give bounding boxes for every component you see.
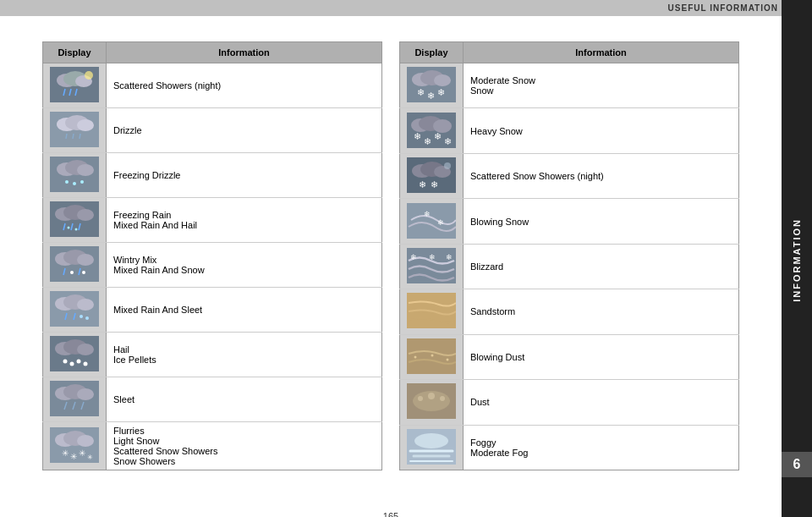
svg-point-107 (428, 393, 435, 399)
header-title: USEFUL INFORMATION (668, 3, 778, 13)
svg-text:✳: ✳ (62, 448, 69, 458)
info-cell: Scattered Showers (night) (107, 63, 382, 108)
icon-cell (43, 243, 107, 288)
info-cell: Freezing RainMixed Rain And Hail (107, 198, 382, 243)
header-bar: USEFUL INFORMATION (0, 0, 812, 16)
table-row: Sleet (43, 377, 382, 422)
svg-point-42 (77, 299, 94, 311)
info-cell: Blowing Snow (464, 199, 739, 244)
svg-line-13 (73, 134, 74, 139)
svg-point-102 (431, 354, 434, 356)
table-row: Dust (400, 380, 739, 425)
svg-text:❄: ❄ (414, 131, 421, 141)
svg-text:❄: ❄ (437, 87, 445, 97)
table-row: ❄ ❄ Blowing Snow (400, 199, 739, 244)
sidebar-label: INFORMATION (792, 218, 802, 302)
main-content: Display Information Scattered Showers (n… (0, 16, 782, 504)
table-row: Freezing RainMixed Rain And Hail (43, 198, 382, 243)
svg-point-101 (414, 355, 417, 358)
left-col2-header: Information (107, 42, 382, 63)
left-weather-table: Display Information Scattered Showers (n… (42, 41, 382, 470)
icon-cell (43, 333, 107, 377)
table-row: Freezing Drizzle (43, 153, 382, 198)
svg-text:❄: ❄ (437, 218, 444, 227)
svg-line-14 (80, 134, 80, 139)
table-row: Scattered Showers (night) (43, 63, 382, 108)
svg-point-25 (77, 209, 94, 221)
left-col1-header: Display (43, 42, 107, 63)
svg-point-11 (77, 119, 94, 131)
svg-text:❄: ❄ (419, 179, 426, 190)
info-cell: Drizzle (107, 108, 382, 153)
svg-rect-92 (407, 203, 456, 239)
svg-point-51 (63, 360, 68, 364)
table-row: ❄ ❄ ❄ Blizzard (400, 244, 739, 289)
info-cell: FlurriesLight SnowScattered Snow Showers… (107, 422, 382, 470)
svg-line-12 (66, 134, 67, 139)
svg-point-58 (77, 388, 94, 400)
icon-cell (43, 108, 107, 153)
icon-cell (43, 63, 107, 108)
info-cell: Scattered Snow Showers (night) (464, 153, 739, 198)
icon-cell: ❄ ❄ ❄ (400, 63, 464, 108)
table-row: Sandstorm (400, 289, 739, 334)
svg-point-30 (75, 228, 78, 231)
svg-point-19 (65, 180, 69, 184)
svg-point-54 (84, 362, 88, 366)
svg-point-29 (68, 227, 70, 229)
svg-text:❄: ❄ (417, 87, 425, 97)
svg-point-46 (85, 316, 89, 320)
svg-point-73 (434, 74, 451, 86)
info-cell: Mixed Rain And Sleet (107, 288, 382, 333)
svg-text:❄: ❄ (434, 131, 442, 141)
table-row: FoggyModerate Fog (400, 425, 739, 470)
info-cell: Blizzard (464, 244, 739, 289)
info-cell: Blowing Dust (464, 334, 739, 379)
svg-point-18 (77, 164, 94, 176)
table-row: HailIce Pellets (43, 333, 382, 377)
table-row: ❄ ❄ Scattered Snow Showers (night) (400, 153, 739, 198)
svg-point-53 (77, 360, 81, 364)
info-cell: Moderate SnowSnow (464, 63, 739, 108)
svg-point-50 (77, 344, 94, 355)
icon-cell: ✳ ✳ ✳ ✳ (43, 422, 107, 470)
icon-cell: ❄ ❄ (400, 153, 464, 198)
svg-point-65 (77, 435, 94, 447)
table-row: Blowing Dust (400, 334, 739, 379)
svg-point-34 (77, 254, 94, 266)
icon-cell (400, 334, 464, 379)
info-cell: Freezing Drizzle (107, 153, 382, 198)
sidebar-number: 6 (782, 452, 812, 477)
svg-point-91 (444, 162, 451, 169)
svg-point-20 (73, 182, 76, 185)
svg-text:✳: ✳ (70, 452, 77, 461)
table-row: Drizzle (43, 108, 382, 153)
icon-cell: ❄ ❄ ❄ (400, 244, 464, 289)
svg-text:❄: ❄ (444, 136, 452, 146)
svg-point-45 (80, 315, 83, 318)
info-cell: Sandstorm (464, 289, 739, 334)
icon-cell (400, 289, 464, 334)
svg-text:✳: ✳ (87, 454, 93, 461)
icon-cell (43, 288, 107, 333)
table-row: ❄ ❄ ❄ ❄ Heavy Snow (400, 108, 739, 153)
icon-cell (400, 380, 464, 425)
info-cell: Sleet (107, 377, 382, 422)
svg-point-52 (70, 362, 74, 366)
right-col1-header: Display (400, 42, 464, 63)
right-col2-header: Information (464, 42, 739, 63)
icon-cell (400, 425, 464, 470)
info-cell: Heavy Snow (464, 108, 739, 153)
svg-point-106 (418, 396, 423, 401)
svg-text:✳: ✳ (79, 448, 85, 458)
svg-text:❄: ❄ (431, 179, 438, 190)
svg-point-110 (414, 433, 448, 448)
svg-point-108 (440, 396, 445, 401)
page-number: 165 (383, 511, 398, 517)
table-row: ✳ ✳ ✳ ✳ FlurriesLight SnowScattered Snow… (43, 422, 382, 470)
info-cell: HailIce Pellets (107, 333, 382, 377)
table-row: Mixed Rain And Sleet (43, 288, 382, 333)
page: USEFUL INFORMATION INFORMATION 6 Display… (0, 0, 812, 517)
icon-cell (43, 198, 107, 243)
icon-cell (43, 153, 107, 198)
